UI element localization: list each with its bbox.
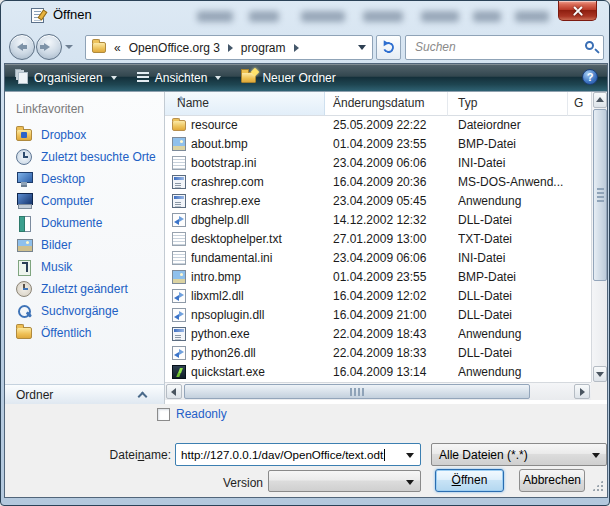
chevron-up-icon bbox=[138, 392, 148, 402]
file-row[interactable]: desktophelper.txt 27.01.2009 13:00 TXT-D… bbox=[165, 230, 591, 249]
refresh-button[interactable] bbox=[376, 35, 401, 60]
sidebar-item-computer[interactable]: Computer bbox=[5, 190, 165, 212]
file-type: MS-DOS-Anwend... bbox=[458, 175, 586, 189]
scrollbar-corner bbox=[591, 382, 607, 400]
file-row[interactable]: python26.dll 22.04.2009 18:33 DLL-Datei bbox=[165, 344, 591, 363]
file-type: Dateiordner bbox=[458, 118, 586, 132]
file-type-icon bbox=[172, 289, 186, 303]
sidebar-item-icon bbox=[16, 171, 32, 187]
file-row[interactable]: bootstrap.ini 23.04.2009 06:06 INI-Datei bbox=[165, 154, 591, 173]
sidebar-item-documents[interactable]: Dokumente bbox=[5, 212, 165, 234]
file-type-icon bbox=[172, 327, 186, 341]
folders-expander[interactable]: Ordner bbox=[5, 384, 165, 404]
scroll-left-button[interactable] bbox=[166, 384, 182, 399]
close-button[interactable] bbox=[558, 1, 597, 21]
vertical-scrollbar[interactable] bbox=[591, 92, 607, 382]
file-name: intro.bmp bbox=[191, 270, 321, 284]
version-select[interactable] bbox=[268, 470, 421, 492]
file-date: 16.04.2009 21:00 bbox=[333, 308, 453, 322]
vertical-scrollbar-thumb[interactable] bbox=[593, 109, 607, 281]
horizontal-scrollbar-thumb[interactable] bbox=[184, 384, 530, 399]
sidebar-item-label: Desktop bbox=[41, 172, 85, 186]
filetype-select[interactable]: Alle Dateien (*.*) bbox=[431, 443, 607, 466]
views-button[interactable]: Ansichten bbox=[127, 64, 232, 91]
breadcrumb-item-root[interactable]: OpenOffice.org 3 bbox=[125, 39, 224, 57]
address-dropdown-icon[interactable] bbox=[358, 45, 366, 50]
file-date: 16.04.2009 20:36 bbox=[333, 175, 453, 189]
sidebar-item-label: Musik bbox=[41, 260, 72, 274]
sidebar-item-pictures[interactable]: Bilder bbox=[5, 234, 165, 256]
cancel-button[interactable]: Abbrechen bbox=[519, 469, 585, 492]
file-row[interactable]: about.bmp 01.04.2009 23:55 BMP-Datei bbox=[165, 135, 591, 154]
chevron-right-icon[interactable] bbox=[228, 44, 233, 52]
arrow-left-icon bbox=[171, 388, 176, 396]
new-folder-icon bbox=[241, 72, 256, 83]
sidebar-item-recent-places[interactable]: Zuletzt besuchte Orte bbox=[5, 146, 165, 168]
search-icon[interactable] bbox=[585, 41, 594, 50]
views-icon bbox=[137, 72, 149, 84]
sidebar-item-music[interactable]: Musik bbox=[5, 256, 165, 278]
file-type: DLL-Datei bbox=[458, 289, 586, 303]
sidebar-item-recently-changed[interactable]: Zuletzt geändert bbox=[5, 278, 165, 300]
sidebar-item-icon bbox=[16, 327, 32, 339]
file-type-icon bbox=[172, 137, 186, 151]
back-button[interactable] bbox=[9, 34, 35, 60]
file-date: 01.04.2009 23:55 bbox=[333, 137, 453, 151]
sidebar-item-public-folder[interactable]: Öffentlich bbox=[5, 322, 165, 344]
file-date: 23.04.2009 06:06 bbox=[333, 251, 453, 265]
sidebar-item-label: Computer bbox=[41, 194, 94, 208]
file-type: Anwendung bbox=[458, 365, 586, 379]
breadcrumb[interactable]: « OpenOffice.org 3 program bbox=[85, 35, 373, 60]
column-header-size[interactable]: G bbox=[568, 92, 591, 116]
breadcrumb-overflow[interactable]: « bbox=[114, 41, 121, 55]
refresh-icon bbox=[381, 40, 395, 54]
file-date: 16.04.2009 13:14 bbox=[333, 365, 453, 379]
scroll-up-button[interactable] bbox=[593, 92, 607, 108]
file-name: npsoplugin.dll bbox=[191, 308, 321, 322]
file-row[interactable]: python.exe 22.04.2009 18:43 Anwendung bbox=[165, 325, 591, 344]
file-row[interactable]: fundamental.ini 23.04.2009 06:06 INI-Dat… bbox=[165, 249, 591, 268]
file-row[interactable]: quickstart.exe 16.04.2009 13:14 Anwendun… bbox=[165, 363, 591, 382]
column-header-type[interactable]: Typ bbox=[448, 92, 568, 116]
file-name: bootstrap.ini bbox=[191, 156, 321, 170]
file-row[interactable]: resource 25.05.2009 22:22 Dateiordner bbox=[165, 116, 591, 135]
file-type: INI-Datei bbox=[458, 156, 586, 170]
history-chevron-icon[interactable] bbox=[65, 45, 73, 49]
filename-input[interactable]: http://127.0.0.1/dav/OpenOffice/text.odt bbox=[175, 443, 421, 466]
breadcrumb-item-current[interactable]: program bbox=[237, 39, 290, 57]
resize-grip[interactable] bbox=[592, 480, 603, 491]
search-input[interactable]: Suchen bbox=[405, 35, 604, 60]
file-row[interactable]: intro.bmp 01.04.2009 23:55 BMP-Datei bbox=[165, 268, 591, 287]
file-row[interactable]: dbghelp.dll 14.12.2002 12:32 DLL-Datei bbox=[165, 211, 591, 230]
filename-label: Dateiname: bbox=[103, 448, 171, 462]
column-header-name[interactable]: Name bbox=[165, 92, 325, 116]
sidebar-item-desktop[interactable]: Desktop bbox=[5, 168, 165, 190]
file-date: 16.04.2009 12:02 bbox=[333, 289, 453, 303]
sidebar-item-icon bbox=[16, 237, 32, 253]
scroll-down-button[interactable] bbox=[593, 366, 607, 382]
scroll-right-button[interactable] bbox=[574, 384, 590, 399]
open-button[interactable]: Öffnen bbox=[435, 469, 504, 492]
sidebar-item-label: Zuletzt geändert bbox=[41, 282, 128, 296]
text-caret bbox=[384, 449, 385, 461]
new-folder-button[interactable]: Neuer Ordner bbox=[231, 64, 345, 91]
title-bar[interactable]: Öffnen bbox=[1, 1, 610, 29]
file-row[interactable]: npsoplugin.dll 16.04.2009 21:00 DLL-Date… bbox=[165, 306, 591, 325]
sidebar-item-searches[interactable]: Suchvorgänge bbox=[5, 300, 165, 322]
chevron-right-icon[interactable] bbox=[294, 44, 299, 52]
file-row[interactable]: crashrep.com 16.04.2009 20:36 MS-DOS-Anw… bbox=[165, 173, 591, 192]
file-row[interactable]: libxml2.dll 16.04.2009 12:02 DLL-Datei bbox=[165, 287, 591, 306]
file-date: 27.01.2009 13:00 bbox=[333, 232, 453, 246]
sidebar-item-icon bbox=[16, 193, 32, 209]
help-button[interactable] bbox=[582, 69, 598, 85]
column-header-date[interactable]: Änderungsdatum bbox=[325, 92, 448, 116]
readonly-checkbox[interactable] bbox=[157, 408, 170, 421]
sidebar-item-folder-dropbox[interactable]: Dropbox bbox=[5, 124, 165, 146]
organize-button[interactable]: Organisieren bbox=[5, 64, 127, 91]
forward-button[interactable] bbox=[36, 34, 62, 60]
filename-dropdown-icon[interactable] bbox=[406, 453, 414, 458]
horizontal-scrollbar[interactable] bbox=[165, 382, 591, 400]
arrow-down-icon bbox=[596, 372, 604, 377]
file-row[interactable]: crashrep.exe 23.04.2009 05:45 Anwendung bbox=[165, 192, 591, 211]
file-type: BMP-Datei bbox=[458, 137, 586, 151]
